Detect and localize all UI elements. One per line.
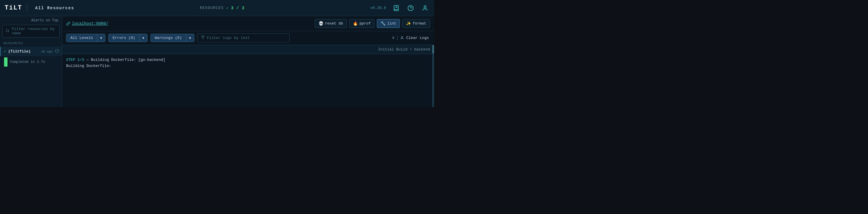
log-font-controls: A | A Clear Logs	[393, 35, 430, 41]
resources-section-label: RESOURCES	[0, 40, 62, 47]
all-levels-label: All Levels	[66, 34, 97, 42]
svg-point-5	[424, 5, 426, 7]
resource-check-icon: ✓	[4, 49, 6, 54]
search-icon	[5, 29, 9, 34]
header-right: v0.20.8	[370, 4, 429, 12]
log-section-title: Initial Build • backend	[378, 47, 430, 51]
log-entry-0: STEP 1/3 — Building Dockerfile: [go-back…	[66, 57, 430, 63]
svg-point-6	[6, 29, 9, 32]
alerts-on-top-label: Alerts on Top	[0, 16, 62, 24]
page-title: All Resources	[31, 6, 74, 10]
book-icon-btn[interactable]	[392, 4, 401, 12]
warnings-dropdown-btn[interactable]: ▾	[186, 34, 194, 42]
font-divider: |	[396, 35, 399, 41]
log-header-bar: Initial Build • backend	[62, 45, 434, 54]
all-levels-dropdown[interactable]: All Levels ▾	[66, 34, 105, 42]
action-buttons: 💀 reset db 🔥 pprof 🔧 lint ✨ format	[315, 19, 430, 28]
sparkle-icon: ✨	[406, 21, 411, 26]
resources-check: ✓	[226, 6, 229, 10]
help-icon-btn[interactable]	[406, 4, 415, 12]
search-container[interactable]: Filter resources by name	[2, 25, 60, 37]
all-levels-dropdown-btn[interactable]: ▾	[97, 34, 105, 42]
resource-status-bar: Completed in 1.7s	[0, 56, 62, 69]
log-entries: STEP 1/3 — Building Dockerfile: [go-back…	[62, 54, 434, 72]
main-layout: Alerts on Top Filter resources by name R…	[0, 16, 434, 107]
log-filter-input[interactable]: Filter logs by text	[207, 36, 250, 40]
svg-marker-8	[201, 36, 205, 39]
pprof-btn[interactable]: 🔥 pprof	[349, 19, 374, 28]
log-toolbar: All Levels ▾ Errors (0) ▾ Warnings (0) ▾…	[62, 31, 434, 45]
search-input[interactable]: Filter resources by name	[12, 27, 56, 35]
log-scrollbar-thumb[interactable]	[432, 45, 434, 54]
resources-count: 3 / 3	[231, 6, 245, 10]
warnings-dropdown[interactable]: Warnings (0) ▾	[150, 34, 194, 42]
resource-item-tiltfile[interactable]: ✓ (Tiltfile) 4m ago	[0, 47, 62, 56]
lint-btn[interactable]: 🔧 lint	[377, 19, 400, 28]
sidebar: Alerts on Top Filter resources by name R…	[0, 16, 62, 107]
log-entry-1: Building Dockerfile:	[66, 63, 430, 69]
format-btn[interactable]: ✨ format	[402, 19, 430, 28]
version-label: v0.20.8	[370, 6, 386, 10]
resource-name: (Tiltfile)	[8, 49, 39, 54]
logo-text: TiLT	[5, 4, 27, 11]
resources-label: RESOURCES	[200, 6, 224, 10]
status-dot	[4, 58, 7, 67]
reset-db-btn[interactable]: 💀 reset db	[315, 19, 347, 28]
errors-label: Errors (0)	[108, 34, 140, 42]
filter-icon	[201, 35, 205, 40]
svg-line-7	[8, 31, 9, 32]
font-decrease-btn[interactable]: A	[393, 36, 395, 40]
font-increase-btn[interactable]: A	[401, 35, 403, 41]
log-scrollbar[interactable]	[432, 45, 434, 107]
clear-logs-btn[interactable]: Clear Logs	[405, 36, 430, 40]
log-text-filter[interactable]: Filter logs by text	[197, 33, 290, 42]
localhost-link[interactable]: localhost:8000/	[66, 21, 108, 26]
wrench-icon: 🔧	[380, 21, 385, 26]
user-icon-btn[interactable]	[421, 4, 429, 12]
errors-dropdown[interactable]: Errors (0) ▾	[108, 34, 148, 42]
log-content: Initial Build • backend STEP 1/3 — Build…	[62, 45, 434, 107]
log-text-0: — Building Dockerfile: [go-backend]	[86, 58, 165, 62]
warnings-label: Warnings (0)	[151, 34, 186, 42]
action-toolbar: localhost:8000/ 💀 reset db 🔥 pprof 🔧 lin…	[62, 16, 434, 31]
status-text: Completed in 1.7s	[10, 60, 45, 64]
header: TiLT All Resources RESOURCES ✓ 3 / 3 v0.…	[0, 0, 434, 16]
content-area: localhost:8000/ 💀 reset db 🔥 pprof 🔧 lin…	[62, 16, 434, 107]
logo: TiLT All Resources	[5, 4, 74, 11]
log-text-1: Building Dockerfile:	[66, 64, 111, 68]
errors-dropdown-btn[interactable]: ▾	[140, 34, 147, 42]
skull-icon: 💀	[318, 21, 323, 26]
log-step-0: STEP 1/3	[66, 58, 84, 62]
resource-time: 4m ago	[41, 50, 53, 54]
resources-status: RESOURCES ✓ 3 / 3	[74, 6, 370, 10]
resource-reload-btn[interactable]	[55, 49, 59, 54]
fire-icon: 🔥	[353, 21, 358, 26]
